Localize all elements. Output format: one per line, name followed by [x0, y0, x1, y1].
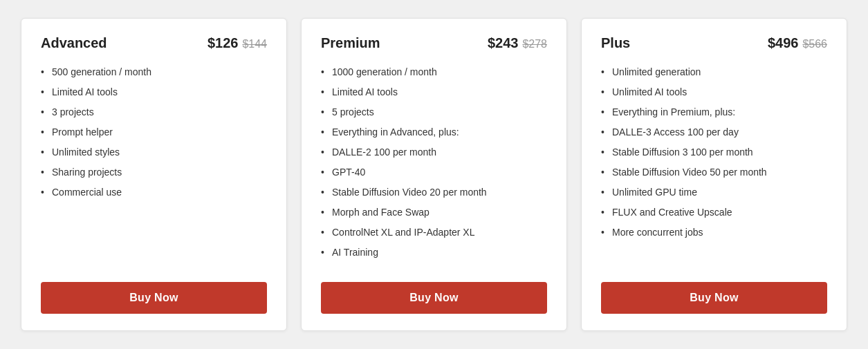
features-list-premium: 1000 generation / monthLimited AI tools5… — [321, 65, 547, 265]
list-item: Morph and Face Swap — [321, 205, 547, 220]
list-item: Unlimited styles — [41, 145, 267, 160]
buy-now-button-advanced[interactable]: Buy Now — [41, 282, 267, 314]
pricing-plus: $496$566 — [768, 35, 827, 51]
list-item: Unlimited generation — [601, 65, 827, 79]
list-item: Unlimited GPU time — [601, 185, 827, 200]
list-item: ControlNet XL and IP-Adapter XL — [321, 225, 547, 240]
price-current-advanced: $126 — [207, 35, 239, 51]
list-item: 3 projects — [41, 105, 267, 120]
list-item: Prompt helper — [41, 125, 267, 140]
list-item: 5 projects — [321, 105, 547, 120]
price-current-plus: $496 — [768, 35, 799, 51]
list-item: Everything in Premium, plus: — [601, 105, 827, 120]
list-item: Limited AI tools — [321, 85, 547, 100]
pricing-premium: $243$278 — [488, 35, 547, 51]
list-item: FLUX and Creative Upscale — [601, 205, 827, 220]
pricing-card-premium: Premium$243$2781000 generation / monthLi… — [301, 18, 567, 331]
plan-name-advanced: Advanced — [41, 35, 107, 51]
list-item: Commercial use — [41, 185, 267, 200]
plan-name-plus: Plus — [601, 35, 630, 51]
list-item: Stable Diffusion 3 100 per month — [601, 145, 827, 160]
plan-name-premium: Premium — [321, 35, 380, 51]
list-item: Limited AI tools — [41, 85, 267, 100]
pricing-advanced: $126$144 — [207, 35, 267, 51]
pricing-card-advanced: Advanced$126$144500 generation / monthLi… — [21, 18, 287, 331]
list-item: 500 generation / month — [41, 65, 267, 79]
list-item: DALLE-2 100 per month — [321, 145, 547, 160]
list-item: Everything in Advanced, plus: — [321, 125, 547, 140]
features-list-advanced: 500 generation / monthLimited AI tools3 … — [41, 65, 267, 265]
price-original-premium: $278 — [522, 38, 547, 50]
price-current-premium: $243 — [488, 35, 519, 51]
buy-now-button-plus[interactable]: Buy Now — [601, 282, 827, 314]
list-item: GPT-40 — [321, 165, 547, 180]
list-item: Stable Diffusion Video 20 per month — [321, 185, 547, 200]
price-original-advanced: $144 — [242, 38, 267, 50]
pricing-container: Advanced$126$144500 generation / monthLi… — [0, 4, 868, 345]
card-header-plus: Plus$496$566 — [601, 35, 827, 51]
features-list-plus: Unlimited generationUnlimited AI toolsEv… — [601, 65, 827, 265]
buy-now-button-premium[interactable]: Buy Now — [321, 282, 547, 314]
list-item: AI Training — [321, 245, 547, 260]
price-original-plus: $566 — [802, 38, 827, 50]
list-item: 1000 generation / month — [321, 65, 547, 79]
list-item: Stable Diffusion Video 50 per month — [601, 165, 827, 180]
card-header-advanced: Advanced$126$144 — [41, 35, 267, 51]
list-item: DALLE-3 Access 100 per day — [601, 125, 827, 140]
card-header-premium: Premium$243$278 — [321, 35, 547, 51]
list-item: Unlimited AI tools — [601, 85, 827, 100]
list-item: More concurrent jobs — [601, 225, 827, 240]
list-item: Sharing projects — [41, 165, 267, 180]
pricing-card-plus: Plus$496$566Unlimited generationUnlimite… — [581, 18, 847, 331]
